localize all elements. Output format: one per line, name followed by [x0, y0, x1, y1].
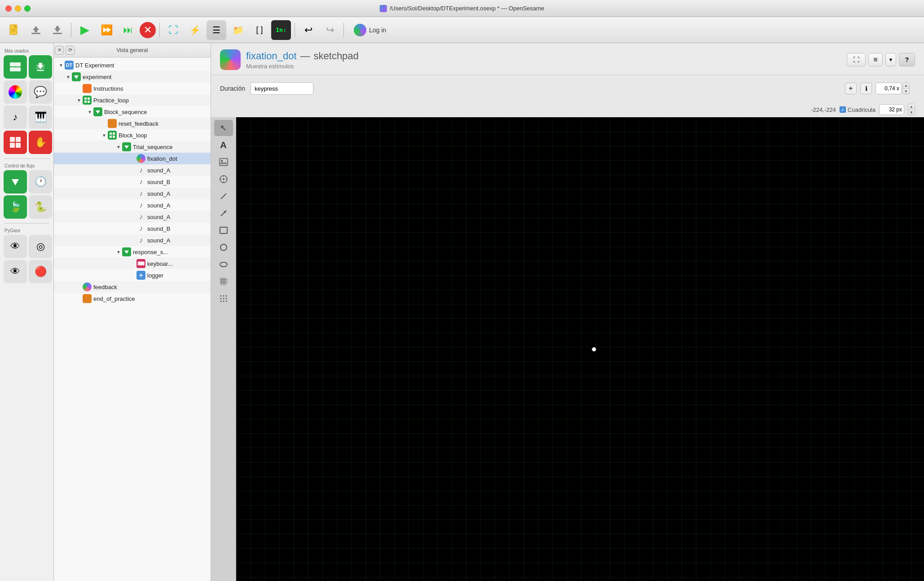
tree-item-sound-b-1[interactable]: ♪ sound_B: [54, 176, 211, 188]
view-toggle-button2[interactable]: ≡: [868, 53, 883, 66]
view-fullscreen-button[interactable]: ⛶: [847, 53, 866, 66]
tree-item-sound-a-3[interactable]: ♪ sound_A: [54, 199, 211, 211]
fixation-tool-button[interactable]: [214, 171, 233, 187]
svg-marker-5: [33, 26, 39, 32]
overview-button[interactable]: ☰: [207, 20, 226, 40]
tree-item-block-sequence[interactable]: ▼ Block_sequence: [54, 106, 211, 118]
grid-checkbox[interactable]: ✓: [840, 106, 846, 113]
text-tool-button[interactable]: A: [214, 137, 233, 153]
tree-item-practice-loop[interactable]: ▼ Practice_loop: [54, 94, 211, 106]
tree-item-sound-b-2[interactable]: ♪ sound_B: [54, 223, 211, 234]
overview-header: ✕ ⟳ Vista general: [54, 43, 211, 57]
tree-item-feedback[interactable]: feedback: [54, 281, 211, 293]
svg-rect-32: [220, 158, 228, 166]
svg-point-56: [220, 298, 221, 299]
tree-item-response-sequence[interactable]: ▼ response_s...: [54, 246, 211, 258]
image-tool-button[interactable]: [214, 154, 233, 170]
tree-item-fixation-dot[interactable]: fixation_dot: [54, 153, 211, 164]
close-button[interactable]: [5, 5, 12, 12]
sketchpad-canvas[interactable]: [236, 117, 924, 581]
piano-component-icon[interactable]: 🎹: [29, 106, 52, 129]
zoom-up-button[interactable]: ▲: [903, 83, 909, 89]
rect-tool-button[interactable]: [214, 222, 233, 238]
record-icon[interactable]: 🔴: [29, 260, 52, 283]
add-element-button[interactable]: +: [845, 83, 857, 94]
redo-button[interactable]: ↪: [320, 20, 340, 40]
circle-tool-button[interactable]: [214, 239, 233, 255]
dots-tool-button[interactable]: [214, 290, 233, 307]
block-loop-icon: [108, 131, 117, 140]
line-tool-button[interactable]: [214, 188, 233, 204]
gaze-target-icon[interactable]: ◎: [29, 235, 52, 258]
tree-item-sound-a-2[interactable]: ♪ sound_A: [54, 188, 211, 199]
chat-component-icon[interactable]: 💬: [29, 80, 52, 104]
grid-size-up-button[interactable]: ▲: [908, 104, 915, 110]
zoom-down-button[interactable]: ▼: [903, 89, 909, 94]
fast-forward-button[interactable]: ⏩: [97, 20, 116, 40]
tree-item-logger[interactable]: + logger: [54, 269, 211, 281]
tree-item-trial-sequence[interactable]: ▼ Trial_sequence: [54, 141, 211, 153]
tree-item-block-loop[interactable]: ▼ Block_loop: [54, 129, 211, 141]
eye-open-icon[interactable]: 👁: [4, 235, 27, 258]
run-fullscreen-button[interactable]: ⛶: [163, 20, 183, 40]
minimize-button[interactable]: [15, 5, 21, 12]
tree-item-experiment[interactable]: ▼ experiment: [54, 71, 211, 83]
tree-item-dt-experiment[interactable]: ▼ DT DT Experiment: [54, 59, 211, 71]
svg-rect-0: [10, 25, 17, 35]
tree-item-sound-a-5[interactable]: ♪ sound_A: [54, 234, 211, 246]
skip-forward-button[interactable]: ⏭: [118, 20, 138, 40]
tree-arrow-dt: ▼: [57, 63, 65, 68]
grid-checkbox-label: ✓ Cuadricula: [840, 106, 876, 113]
tree-label-sound-b-2: sound_B: [147, 225, 170, 232]
tree-item-sound-a-1[interactable]: ♪ sound_A: [54, 164, 211, 176]
undo-button[interactable]: ↩: [299, 20, 318, 40]
new-button[interactable]: [4, 20, 24, 40]
pattern-tool-button[interactable]: [214, 273, 233, 290]
clock-component-icon[interactable]: 🕐: [29, 170, 52, 194]
sound-a-3-icon: ♪: [136, 201, 145, 210]
svg-rect-11: [15, 67, 21, 71]
refresh-tree-button[interactable]: ⟳: [66, 46, 75, 55]
download-component-icon[interactable]: [29, 55, 52, 79]
audio-component-icon[interactable]: ♪: [4, 106, 27, 129]
zoom-input[interactable]: [876, 83, 902, 94]
color-wheel-icon[interactable]: [4, 80, 27, 104]
duration-input[interactable]: [251, 82, 313, 95]
grid-size-input[interactable]: [879, 104, 904, 115]
tree-item-end-of-practice[interactable]: end_of_practice: [54, 293, 211, 304]
view-dropdown-button[interactable]: ▼: [885, 53, 896, 66]
svg-rect-23: [84, 101, 87, 103]
upload-button[interactable]: [26, 20, 46, 40]
python-component-icon[interactable]: 🐍: [29, 195, 52, 219]
collapse-tree-button[interactable]: ✕: [55, 46, 64, 55]
tree-item-instructions[interactable]: Instructions: [54, 83, 211, 94]
ellipse-tool-button[interactable]: [214, 256, 233, 273]
loop-component-icon[interactable]: [4, 55, 27, 79]
element-info-button[interactable]: ℹ: [860, 83, 872, 94]
login-button[interactable]: Log in: [350, 22, 390, 38]
svg-marker-25: [96, 110, 100, 114]
stop-button[interactable]: ✕: [140, 22, 156, 38]
cursor-tool-button[interactable]: ↖: [214, 120, 233, 136]
svg-rect-10: [15, 62, 21, 66]
svg-marker-30: [124, 145, 129, 149]
terminal-button[interactable]: In:: [271, 20, 291, 40]
flow-down-icon[interactable]: [4, 170, 27, 194]
eye-closed-icon[interactable]: 👁: [4, 260, 27, 283]
tree-item-sound-a-4[interactable]: ♪ sound_A: [54, 211, 211, 223]
download-button[interactable]: [48, 20, 67, 40]
structure-button[interactable]: ⚡: [185, 20, 205, 40]
maximize-button[interactable]: [24, 5, 31, 12]
hand-component-icon[interactable]: ✋: [29, 131, 52, 154]
variable-inspector-button[interactable]: [ ]: [250, 20, 269, 40]
arrow-tool-button[interactable]: [214, 205, 233, 221]
play-button[interactable]: ▶: [75, 20, 95, 40]
grid-size-down-button[interactable]: ▼: [908, 110, 915, 115]
file-pool-button[interactable]: 📁: [228, 20, 248, 40]
tree-item-reset-feedback[interactable]: reset_feedback: [54, 118, 211, 129]
grid-component-icon[interactable]: [4, 131, 27, 154]
help-button[interactable]: ?: [899, 53, 915, 66]
tree-item-keyboard[interactable]: ⌨ keyboar...: [54, 258, 211, 269]
leaf-component-icon[interactable]: 🍃: [4, 195, 27, 219]
svg-point-59: [220, 301, 221, 302]
